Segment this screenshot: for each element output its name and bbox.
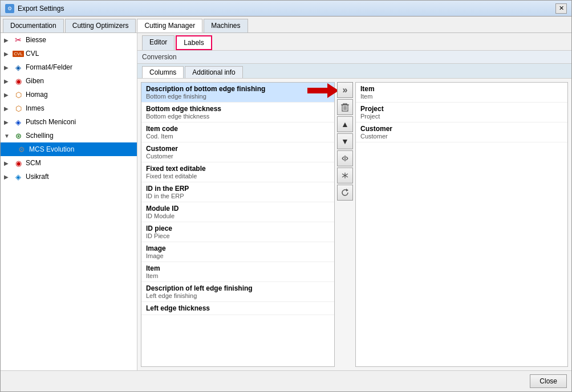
svg-line-9 xyxy=(342,158,344,160)
list-item-title: ID piece xyxy=(146,224,330,232)
list-item-sub: Image xyxy=(146,252,330,259)
move-up-button[interactable]: ▲ xyxy=(337,116,353,132)
columns-area: Description of bottom edge finishing Bot… xyxy=(137,79,571,370)
list-item-title: Module ID xyxy=(146,205,330,213)
sidebar-item-cvl[interactable]: ▶ CVL CVL xyxy=(1,47,137,60)
list-item[interactable]: Item Item xyxy=(141,262,334,282)
right-item-title: Customer xyxy=(360,125,563,133)
tab-editor[interactable]: Editor xyxy=(142,35,175,50)
expand-arrow: ▶ xyxy=(4,119,11,125)
sub-tab-columns[interactable]: Columns xyxy=(142,66,184,78)
sidebar-item-biesse[interactable]: ▶ ✂ Biesse xyxy=(1,33,137,47)
top-tab-bar: Documentation Cutting Optimizers Cutting… xyxy=(1,17,571,33)
action-buttons: » ▲ ▼ xyxy=(337,82,353,201)
title-bar-left: ⚙ Export Settings xyxy=(5,4,64,13)
sidebar-label: Putsch Meniconi xyxy=(26,118,76,126)
schelling-icon: ⊛ xyxy=(13,130,23,141)
sidebar-label: CVL xyxy=(26,50,39,58)
sidebar-label: Homag xyxy=(26,91,48,99)
list-item[interactable]: Module ID ID Module xyxy=(141,202,334,222)
svg-marker-14 xyxy=(346,189,348,191)
expand-arrow: ▶ xyxy=(4,51,11,57)
title-bar: ⚙ Export Settings ✕ xyxy=(1,1,571,17)
tab-labels[interactable]: Labels xyxy=(176,35,212,50)
split-icon xyxy=(341,154,349,162)
sub-tab-additional-info[interactable]: Additional info xyxy=(185,66,242,78)
expand-arrow: ▶ xyxy=(4,160,11,166)
app-icon: ⚙ xyxy=(5,4,14,13)
merge-icon xyxy=(341,172,349,179)
svg-rect-3 xyxy=(343,104,347,105)
sidebar-item-format4[interactable]: ▶ ◈ Format4/Felder xyxy=(1,60,137,74)
conversion-label: Conversion xyxy=(142,53,177,61)
sidebar-item-homag[interactable]: ▶ ⬡ Homag xyxy=(1,88,137,101)
list-item[interactable]: ID in the ERP ID in the ERP xyxy=(141,182,334,202)
right-item-sub: Project xyxy=(360,113,563,120)
window-close-button[interactable]: ✕ xyxy=(555,3,567,14)
svg-line-11 xyxy=(346,158,348,160)
sidebar-item-schelling[interactable]: ▼ ⊛ Schelling xyxy=(1,129,137,142)
expand-arrow: ▶ xyxy=(4,37,11,43)
list-item[interactable]: ID piece ID Piece xyxy=(141,222,334,242)
list-item-title: Image xyxy=(146,244,330,252)
list-item-sub: Left edge finishing xyxy=(146,292,330,299)
expand-arrow: ▶ xyxy=(4,105,11,112)
right-tab-bar: Editor Labels xyxy=(137,33,571,51)
main-content: ▶ ✂ Biesse ▶ CVL CVL ▶ ◈ Format4/Felder … xyxy=(1,33,571,370)
expand-arrow: ▶ xyxy=(4,92,11,98)
move-down-button[interactable]: ▼ xyxy=(337,133,353,149)
tab-cutting-manager[interactable]: Cutting Manager xyxy=(137,19,202,32)
list-item[interactable]: Bottom edge thickness Bottom edge thickn… xyxy=(141,103,334,122)
tab-machines[interactable]: Machines xyxy=(204,19,248,32)
right-list-item[interactable]: Customer Customer xyxy=(356,122,567,142)
sidebar-item-putsch[interactable]: ▶ ◈ Putsch Meniconi xyxy=(1,115,137,129)
list-item-title: Description of left edge finishing xyxy=(146,284,330,292)
mcs-icon: ⚙ xyxy=(17,144,27,154)
list-item[interactable]: Fixed text editable Fixed text editable xyxy=(141,162,334,182)
list-item[interactable]: Customer Customer xyxy=(141,142,334,162)
usikraft-icon: ◈ xyxy=(13,172,23,182)
right-item-sub: Customer xyxy=(360,133,563,140)
refresh-icon xyxy=(341,189,349,197)
close-button[interactable]: Close xyxy=(530,374,567,388)
add-right-button[interactable]: » xyxy=(337,82,353,98)
sidebar-label: Giben xyxy=(26,77,44,85)
expand-arrow: ▶ xyxy=(4,78,11,84)
tab-documentation[interactable]: Documentation xyxy=(3,19,64,32)
right-item-title: Project xyxy=(360,105,563,113)
delete-button[interactable] xyxy=(337,99,353,115)
sidebar: ▶ ✂ Biesse ▶ CVL CVL ▶ ◈ Format4/Felder … xyxy=(1,33,137,370)
list-item-sub: Item xyxy=(146,272,330,279)
sidebar-item-giben[interactable]: ▶ ◉ Giben xyxy=(1,74,137,88)
list-item[interactable]: Description of bottom edge finishing Bot… xyxy=(141,83,334,103)
list-item[interactable]: Left edge thickness xyxy=(141,302,334,315)
expand-arrow: ▶ xyxy=(4,174,11,180)
expand-arrow: ▼ xyxy=(4,133,11,139)
conversion-bar: Conversion xyxy=(137,51,571,64)
list-item-title: Left edge thickness xyxy=(146,304,330,312)
list-item-sub: ID Piece xyxy=(146,232,330,239)
giben-icon: ◉ xyxy=(13,76,23,86)
trash-icon xyxy=(341,103,349,112)
sidebar-item-scm[interactable]: ▶ ◉ SCM xyxy=(1,156,137,170)
sidebar-label: SCM xyxy=(26,159,41,167)
sidebar-item-usikraft[interactable]: ▶ ◈ Usikraft xyxy=(1,170,137,183)
right-list-item[interactable]: Item Item xyxy=(356,83,567,103)
list-item-sub: Cod. Item xyxy=(146,133,330,140)
sidebar-label: Schelling xyxy=(26,132,54,140)
sidebar-item-inmes[interactable]: ▶ ⬡ Inmes xyxy=(1,101,137,115)
left-column-list: Description of bottom edge finishing Bot… xyxy=(141,82,335,367)
list-item[interactable]: Image Image xyxy=(141,242,334,262)
split-button[interactable] xyxy=(337,150,353,166)
list-item-sub: Bottom edge thickness xyxy=(146,113,330,120)
refresh-button[interactable] xyxy=(337,185,353,201)
expand-arrow: ▶ xyxy=(4,64,11,71)
merge-button[interactable] xyxy=(337,168,353,183)
right-list-item[interactable]: Project Project xyxy=(356,103,567,122)
format4-icon: ◈ xyxy=(13,62,23,72)
list-item[interactable]: Description of left edge finishing Left … xyxy=(141,282,334,302)
sidebar-item-mcs-evolution[interactable]: ⚙ MCS Evolution xyxy=(1,142,137,156)
tab-cutting-optimizers[interactable]: Cutting Optimizers xyxy=(65,19,136,32)
list-item[interactable]: Item code Cod. Item xyxy=(141,122,334,142)
cvl-icon: CVL xyxy=(13,48,23,59)
